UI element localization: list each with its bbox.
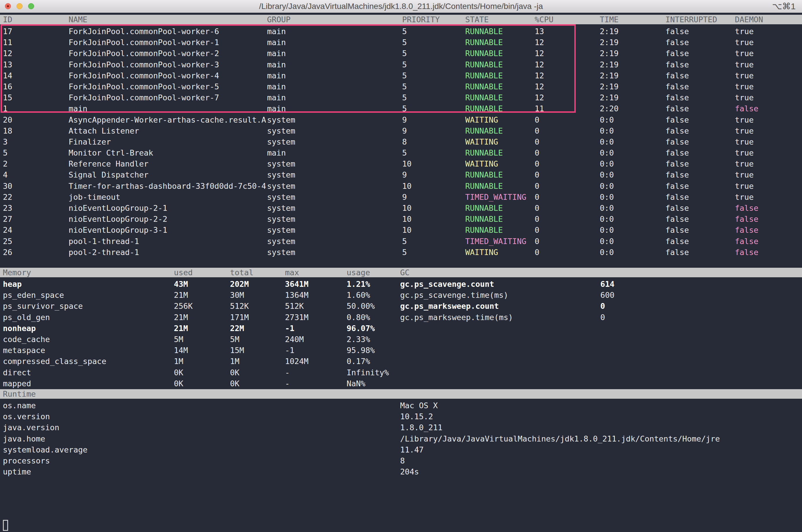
thread-cell: pool-1-thread-1 <box>69 236 267 247</box>
memory-cell: 1.60% <box>347 290 400 301</box>
thread-cell: false <box>666 158 735 169</box>
thread-cell: false <box>666 148 735 158</box>
thread-cell: main <box>267 26 402 37</box>
runtime-table: os.nameMac OS Xos.version10.15.2java.ver… <box>0 400 802 477</box>
gc-value: 0 <box>600 301 802 312</box>
thread-cell: RUNNABLE <box>465 92 535 103</box>
thread-row: 24nioEventLoopGroup-3-1system10RUNNABLE0… <box>0 225 802 236</box>
thread-cell: 5 <box>402 70 465 81</box>
thread-cell: false <box>666 26 735 37</box>
thread-cell: 0 <box>535 214 600 225</box>
thread-cell: 0:0 <box>600 225 666 236</box>
thread-cell: WAITING <box>465 136 535 148</box>
thread-cell: main <box>267 70 402 81</box>
memory-row: nonheap21M22M-196.07% <box>0 323 400 334</box>
thread-cell: RUNNABLE <box>465 214 535 225</box>
thread-cell: RUNNABLE <box>465 126 535 136</box>
column-header: PRIORITY <box>402 15 465 24</box>
thread-cell: 0 <box>535 192 600 203</box>
memory-cell: 240M <box>285 334 347 345</box>
thread-cell: true <box>735 81 802 92</box>
thread-cell: 0:0 <box>600 169 666 180</box>
memory-cell: 21M <box>174 290 230 301</box>
thread-cell: false <box>735 103 802 114</box>
thread-cell: false <box>735 236 802 247</box>
memory-cell: 21M <box>174 312 230 323</box>
thread-cell: RUNNABLE <box>465 70 535 81</box>
thread-cell: 0 <box>535 148 600 158</box>
memory-table: heap43M202M3641M1.21%ps_eden_space21M30M… <box>0 279 400 389</box>
thread-cell: 10 <box>402 158 465 169</box>
memory-cell: Infinity% <box>347 367 400 378</box>
runtime-table-header: Runtime <box>0 389 802 399</box>
thread-cell: false <box>666 169 735 180</box>
column-header: GROUP <box>267 15 402 24</box>
gc-value: 600 <box>600 290 802 301</box>
thread-cell: false <box>735 203 802 214</box>
thread-cell: 2:19 <box>600 37 666 48</box>
runtime-label: os.version <box>3 411 400 422</box>
thread-cell: 0 <box>535 126 600 136</box>
thread-cell: main <box>267 103 402 114</box>
window-title: /Library/Java/JavaVirtualMachines/jdk1.8… <box>0 0 802 13</box>
thread-cell: Finalizer <box>69 136 267 148</box>
memory-row: code_cache5M5M240M2.33% <box>0 334 400 345</box>
thread-cell: 10 <box>402 225 465 236</box>
thread-cell: 12 <box>535 48 600 59</box>
thread-cell: 5 <box>402 247 465 258</box>
memory-cell: 95.98% <box>347 345 400 356</box>
runtime-label: java.home <box>3 433 400 444</box>
thread-cell: Attach Listener <box>69 126 267 136</box>
thread-cell: WAITING <box>465 247 535 258</box>
runtime-value: Mac OS X <box>400 400 802 411</box>
memory-cell: mapped <box>3 378 174 389</box>
thread-cell: 27 <box>3 214 69 225</box>
titlebar: /Library/Java/JavaVirtualMachines/jdk1.8… <box>0 0 802 13</box>
thread-cell: 0 <box>535 136 600 148</box>
memory-row: mapped0K0K-NaN% <box>0 378 400 389</box>
thread-cell: false <box>666 192 735 203</box>
thread-cell: system <box>267 136 402 148</box>
thread-cell: RUNNABLE <box>465 26 535 37</box>
gc-label: gc.ps_marksweep.time(ms) <box>400 312 600 323</box>
terminal[interactable]: IDNAMEGROUPPRIORITYSTATE%CPUTIMEINTERRUP… <box>0 13 802 532</box>
memory-cell: 2731M <box>285 312 347 323</box>
thread-cell: 20 <box>3 114 69 126</box>
column-header: DAEMON <box>735 15 802 24</box>
thread-cell: 12 <box>535 59 600 70</box>
thread-cell: true <box>735 48 802 59</box>
thread-cell: Signal Dispatcher <box>69 169 267 180</box>
thread-cell: false <box>666 48 735 59</box>
column-header: TIME <box>600 15 666 24</box>
runtime-row: java.home/Library/Java/JavaVirtualMachin… <box>0 433 802 444</box>
thread-cell: system <box>267 247 402 258</box>
thread-cell: 11 <box>3 37 69 48</box>
thread-cell: 18 <box>3 126 69 136</box>
thread-cell: 26 <box>3 247 69 258</box>
gc-label: gc.ps_marksweep.count <box>400 301 600 312</box>
thread-cell: 9 <box>402 114 465 126</box>
thread-cell: 9 <box>402 126 465 136</box>
thread-cell: 0:0 <box>600 192 666 203</box>
thread-cell: 17 <box>3 26 69 37</box>
thread-cell: true <box>735 92 802 103</box>
thread-cell: RUNNABLE <box>465 225 535 236</box>
column-header: max <box>285 268 347 277</box>
memory-row: ps_eden_space21M30M1364M1.60% <box>0 290 400 301</box>
thread-cell: main <box>267 48 402 59</box>
thread-row: 4Signal Dispatchersystem9RUNNABLE00:0fal… <box>0 169 802 180</box>
runtime-value: 204s <box>400 467 802 477</box>
memory-cell: 0.80% <box>347 312 400 323</box>
gc-row: gc.ps_marksweep.time(ms)0 <box>400 312 802 323</box>
thread-row: 18Attach Listenersystem9RUNNABLE00:0fals… <box>0 126 802 136</box>
memory-row: ps_old_gen21M171M2731M0.80% <box>0 312 400 323</box>
thread-row: 17ForkJoinPool.commonPool-worker-6main5R… <box>0 26 802 37</box>
thread-table-header: IDNAMEGROUPPRIORITYSTATE%CPUTIMEINTERRUP… <box>0 15 802 24</box>
thread-cell: false <box>666 70 735 81</box>
thread-cell: 23 <box>3 203 69 214</box>
thread-cell: main <box>267 92 402 103</box>
thread-cell: 5 <box>402 92 465 103</box>
thread-cell: true <box>735 70 802 81</box>
thread-cell: true <box>735 126 802 136</box>
thread-cell: 0:0 <box>600 148 666 158</box>
